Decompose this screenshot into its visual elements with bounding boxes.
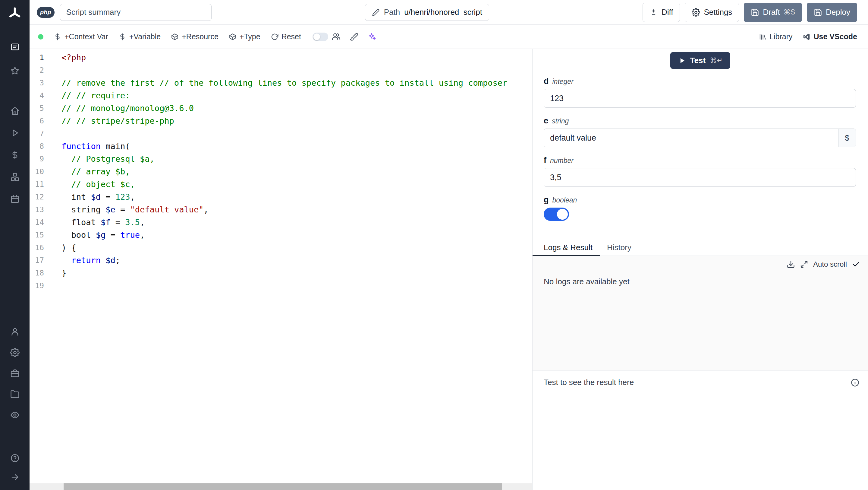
sidebar-item-workers[interactable]: [8, 366, 22, 380]
php-language-badge: php: [37, 7, 55, 18]
line-number: 16: [30, 241, 44, 254]
code-lines: 1<?php23// remove the first // of the fo…: [30, 51, 532, 292]
format-brush-icon[interactable]: [350, 32, 358, 41]
code-line[interactable]: 12 int $d = 123,: [30, 191, 532, 203]
code-line[interactable]: 8function main(: [30, 140, 532, 153]
field-input-f[interactable]: [544, 168, 856, 187]
field-label-f: fnumber: [544, 156, 856, 165]
settings-label: Settings: [704, 7, 732, 17]
tab-logs-result[interactable]: Logs & Result: [532, 240, 600, 256]
expand-logs-icon[interactable]: [800, 260, 808, 268]
sidebar-item-folders[interactable]: [8, 387, 22, 401]
code-line[interactable]: 6// // stripe/stripe-php: [30, 115, 532, 127]
line-number: 19: [30, 279, 44, 292]
code-line[interactable]: 5// // monolog/monolog@3.6.0: [30, 102, 532, 115]
insert-variable-button[interactable]: $: [838, 129, 856, 147]
sidebar-item-settings[interactable]: [8, 345, 22, 359]
sidebar-item-schedules[interactable]: [8, 192, 22, 206]
line-number: 4: [30, 89, 44, 102]
line-number: 9: [30, 153, 44, 165]
logs-panel: Auto scroll No logs are available yet: [532, 256, 868, 371]
test-shortcut: ⌘↵: [710, 56, 722, 64]
add-resource-button[interactable]: +Resource: [171, 32, 218, 41]
sidebar-item-expand-sidebar[interactable]: [8, 470, 22, 484]
multiplayer-toggle[interactable]: [313, 33, 328, 41]
code-line[interactable]: 19: [30, 279, 532, 292]
line-number: 5: [30, 102, 44, 115]
add-context-var-button[interactable]: +Context Var: [54, 32, 108, 41]
sidebar-group-footer: [8, 451, 22, 484]
auto-scroll-check-icon[interactable]: [852, 260, 860, 268]
tab-history[interactable]: History: [600, 240, 639, 256]
ai-sparkles-icon[interactable]: [367, 32, 376, 41]
add-type-button[interactable]: +Type: [229, 32, 260, 41]
diff-button[interactable]: Diff: [643, 3, 680, 22]
sidebar-item-runs[interactable]: [8, 126, 22, 140]
use-vscode-button[interactable]: Use VScode: [803, 32, 857, 41]
gear-icon: [10, 348, 20, 357]
sidebar-item-variables[interactable]: [8, 148, 22, 162]
deploy-icon: [814, 8, 822, 17]
code-line[interactable]: 11 // object $c,: [30, 178, 532, 191]
sidebar-item-account[interactable]: [8, 325, 22, 339]
deploy-button[interactable]: Deploy: [807, 3, 857, 22]
draft-button[interactable]: Draft ⌘S: [744, 3, 802, 22]
horizontal-scrollbar[interactable]: [30, 483, 532, 490]
test-button[interactable]: Test ⌘↵: [670, 52, 731, 69]
script-summary-input[interactable]: [60, 4, 212, 21]
code-line[interactable]: 7: [30, 127, 532, 140]
test-label: Test: [690, 56, 706, 65]
code-line[interactable]: 18}: [30, 267, 532, 279]
auto-scroll-label[interactable]: Auto scroll: [813, 260, 847, 268]
code-line[interactable]: 17 return $d;: [30, 254, 532, 267]
download-logs-icon[interactable]: [786, 260, 795, 268]
code-line[interactable]: 14 float $f = 3.5,: [30, 216, 532, 229]
code-line[interactable]: 1<?php: [30, 51, 532, 64]
path-value[interactable]: u/henri/honored_script: [404, 7, 482, 17]
code-line[interactable]: 13 string $e = "default value",: [30, 203, 532, 216]
sidebar-group-admin: [8, 325, 22, 429]
scrollbar-thumb[interactable]: [64, 483, 502, 490]
path-label: Path: [384, 7, 400, 17]
code-text: bool $g = true,: [61, 229, 145, 241]
path-pill[interactable]: Path u/henri/honored_script: [365, 4, 489, 21]
code-text: // array $b,: [61, 165, 130, 178]
preview-panel: Test ⌘↵ dintegerestring$fnumbergboolean …: [532, 49, 868, 490]
users-icon[interactable]: [332, 32, 341, 41]
toolbar-left-items: +Context Var+Variable+Resource+TypeReset: [43, 32, 301, 41]
code-text: function main(: [61, 140, 130, 153]
code-text: // // monolog/monolog@3.6.0: [61, 102, 194, 115]
star-icon: [10, 66, 20, 76]
code-text: // Postgresql $a,: [61, 153, 155, 165]
add-resource-label: +Resource: [182, 32, 218, 41]
sidebar-item-home[interactable]: [8, 104, 22, 118]
code-line[interactable]: 9 // Postgresql $a,: [30, 153, 532, 165]
field-toggle-g[interactable]: [544, 208, 569, 221]
code-line[interactable]: 4// // require:: [30, 89, 532, 102]
sidebar-item-help[interactable]: [8, 451, 22, 465]
sidebar-item-favorites[interactable]: [8, 64, 22, 78]
field-input-e[interactable]: [544, 128, 856, 147]
sidebar-item-resources[interactable]: [8, 170, 22, 184]
code-text: // // require:: [61, 89, 130, 102]
line-number: 13: [30, 203, 44, 216]
line-number: 17: [30, 254, 44, 267]
library-button[interactable]: Library: [758, 32, 792, 41]
code-editor[interactable]: 1<?php23// remove the first // of the fo…: [30, 49, 532, 490]
field-d: dinteger: [544, 77, 856, 108]
add-variable-button[interactable]: +Variable: [119, 32, 161, 41]
field-input-d[interactable]: [544, 89, 856, 108]
logs-empty-message: No logs are available yet: [532, 268, 868, 286]
sidebar-item-quick-menu[interactable]: [8, 40, 22, 54]
code-line[interactable]: 15 bool $g = true,: [30, 229, 532, 241]
toolbox-icon: [10, 369, 20, 378]
code-line[interactable]: 2: [30, 64, 532, 77]
sidebar-group-main: [8, 104, 22, 214]
sidebar-item-audit-logs[interactable]: [8, 408, 22, 422]
settings-button[interactable]: Settings: [685, 3, 739, 22]
code-line[interactable]: 10 // array $b,: [30, 165, 532, 178]
reset-button[interactable]: Reset: [271, 32, 301, 41]
windmill-logo-icon[interactable]: [8, 7, 22, 21]
code-line[interactable]: 3// remove the first // of the following…: [30, 77, 532, 89]
code-line[interactable]: 16) {: [30, 241, 532, 254]
